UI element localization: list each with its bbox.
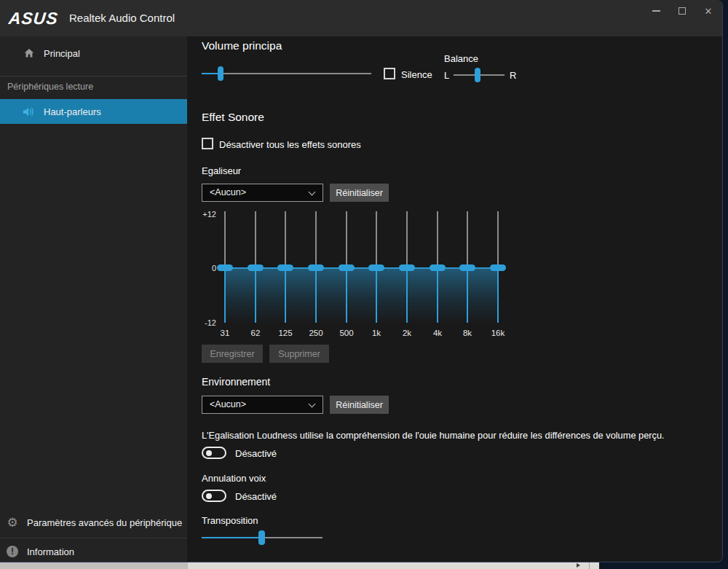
eq-slider-track-active[interactable] [376,268,377,323]
eq-band-label: 1k [361,329,392,337]
loudness-state-label: Désactivé [235,448,277,459]
loudness-description: L'Egalisation Loudness utilise la compré… [202,430,682,441]
voice-cancellation-state-label: Désactivé [235,491,277,502]
eq-slider-handle[interactable] [399,264,415,271]
eq-slider-handle[interactable] [490,264,506,271]
sidebar-item-label: Paramètres avancés du périphérique [27,517,182,528]
main-content: Volume principa Silence Balance L R Effe… [187,36,723,562]
eq-slider-track-active[interactable] [315,268,317,323]
save-preset-button[interactable]: Enregistrer [202,345,263,363]
maximize-icon [678,7,686,15]
minimize-button[interactable] [644,0,668,22]
equalizer-label: Egaliseur [202,165,241,176]
eq-slider-handle[interactable] [248,264,264,271]
eq-slider-track[interactable] [406,211,408,268]
eq-band-1k: 1k [361,210,392,341]
equalizer-chart: +12 0 -12 31 62 [202,210,515,341]
eq-slider-track-active[interactable] [437,268,438,323]
volume-slider-handle[interactable] [218,66,223,81]
eq-band-8k: 8k [452,210,483,341]
scrollbar-right-button[interactable] [570,562,590,569]
voice-cancellation-toggle[interactable] [202,490,226,502]
balance-right-label: R [510,70,516,81]
balance-slider-handle[interactable] [475,68,480,82]
horizontal-scrollbar[interactable] [0,562,599,569]
eq-slider-handle[interactable] [277,264,293,271]
eq-slider-track[interactable] [346,211,347,268]
eq-band-label: 500 [331,329,362,337]
home-icon [23,47,36,60]
loudness-toggle[interactable] [202,447,226,459]
scrollbar-thumb[interactable] [0,562,188,569]
eq-slider-handle[interactable] [308,264,324,271]
eq-slider-track-active[interactable] [467,268,468,323]
eq-slider-track[interactable] [497,211,499,268]
gear-icon: ⚙ [6,516,19,529]
eq-slider-track-active[interactable] [346,268,347,323]
eq-slider-track[interactable] [437,211,438,268]
eq-band-31: 31 [210,210,240,341]
sidebar-divider [0,76,187,76]
disable-all-effects-label: Désactiver tous les effets sonores [219,139,361,150]
delete-preset-button[interactable]: Supprimer [269,345,329,363]
eq-slider-track-active[interactable] [224,268,226,323]
sidebar-item-haut-parleurs[interactable]: Haut-parleurs [0,99,187,124]
close-button[interactable]: ✕ [696,0,721,22]
sidebar-item-advanced-settings[interactable]: ⚙ Paramètres avancés du périphérique [0,510,187,535]
eq-slider-track-active[interactable] [255,268,256,323]
window-title: Realtek Audio Control [69,12,175,24]
eq-slider-handle[interactable] [368,264,384,271]
equalizer-reset-button[interactable]: Réinitialiser [330,184,389,202]
sidebar-item-principal[interactable]: Principal [0,40,187,66]
disable-all-effects-checkbox[interactable] [202,138,213,149]
eq-slider-track-active[interactable] [285,268,286,323]
voice-cancellation-label: Annulation voix [202,473,266,484]
eq-slider-track-active[interactable] [497,268,499,323]
sidebar-footer-divider [0,538,187,538]
eq-band-62: 62 [240,210,271,341]
info-icon: ! [6,545,19,558]
desktop-background: ASUS Realtek Audio Control ✕ Principal P… [0,0,728,569]
eq-slider-track[interactable] [376,211,377,268]
sound-effects-heading: Effet Sonore [202,111,264,124]
equalizer-preset-value: <Aucun> [210,187,246,197]
eq-band-label: 8k [452,329,483,337]
eq-band-label: 250 [301,329,331,337]
eq-band-500: 500 [331,210,362,341]
chevron-down-icon [309,401,316,408]
eq-band-label: 4k [422,329,453,337]
maximize-button[interactable] [670,0,695,22]
arrow-right-icon [577,563,580,568]
eq-band-label: 2k [392,329,422,337]
environment-label: Environnement [202,376,270,388]
eq-slider-track[interactable] [224,211,226,268]
environment-reset-button[interactable]: Réinitialiser [330,396,389,414]
sidebar: Principal Périphériques lecture Haut-par… [0,36,187,562]
eq-slider-handle[interactable] [217,264,233,271]
eq-band-2k: 2k [392,210,422,341]
environment-preset-value: <Aucun> [210,399,246,409]
sidebar-item-label: Information [27,546,74,557]
eq-slider-track[interactable] [467,211,468,268]
eq-slider-track[interactable] [255,211,256,268]
sidebar-section-label: Périphériques lecture [7,82,93,92]
volume-slider-track[interactable] [202,73,371,74]
sidebar-item-label: Principal [44,48,80,59]
eq-slider-handle[interactable] [459,264,475,271]
equalizer-preset-dropdown[interactable]: <Aucun> [202,184,323,202]
transposition-slider-fill [202,537,261,538]
sidebar-item-information[interactable]: ! Information [0,539,187,562]
silence-label: Silence [401,69,432,80]
eq-band-label: 16k [483,329,513,337]
eq-band-label: 31 [210,329,240,337]
transposition-slider-handle[interactable] [258,530,265,545]
volume-heading: Volume principa [202,39,282,52]
environment-preset-dropdown[interactable]: <Aucun> [202,396,323,414]
eq-slider-track[interactable] [315,211,317,268]
eq-slider-handle[interactable] [339,264,355,271]
balance-left-label: L [444,70,449,81]
eq-slider-handle[interactable] [430,264,446,271]
silence-checkbox[interactable] [384,68,395,79]
eq-slider-track-active[interactable] [406,268,408,323]
eq-slider-track[interactable] [285,211,286,268]
